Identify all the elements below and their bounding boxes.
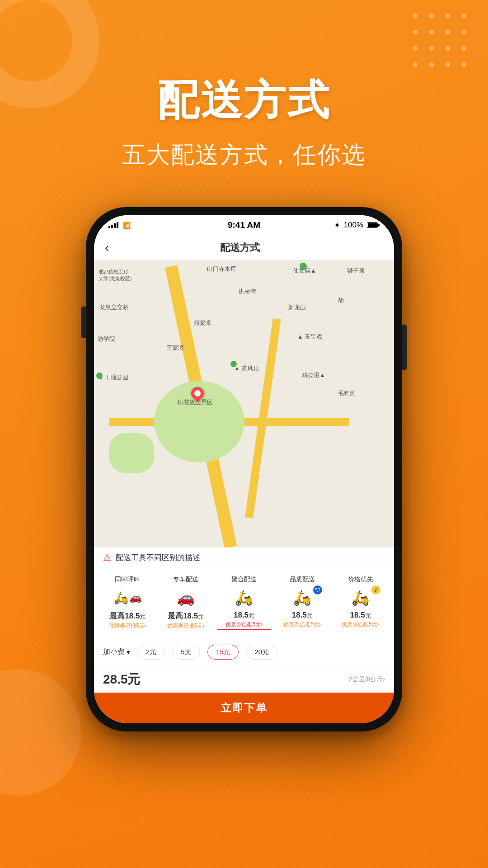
options-row: 同时呼叫 🛵 🚗 最高18.5元 优惠券已抵5元› 专车配送 <box>99 576 389 630</box>
extra-fee-label: 加小费 ▾ <box>103 647 130 657</box>
option-icon-3: 🛵 <box>226 587 262 608</box>
total-row: 28.5元 2公里/8公斤› <box>94 666 394 693</box>
map-label-hujia: 胡· <box>338 297 346 305</box>
option-title-2: 专车配送 <box>173 576 198 584</box>
option-price-4: 18.5元 <box>292 611 313 620</box>
curve-decoration-bottom <box>0 669 81 796</box>
map-label-yuhuang: ▲ 玉皇戏 <box>297 333 322 341</box>
option-quality[interactable]: 品质配送 🛵 🛡 18.5元 优惠券已抵5元› <box>275 576 329 630</box>
battery-icon <box>367 222 380 228</box>
nav-title: 配送方式 <box>116 241 363 255</box>
map-area: 成都信息工程大学(龙泉校区) 龙泉立交桥 山门寺水库 拱桥湾 仙女庙▲ 狮子顶 … <box>94 260 394 547</box>
option-price-5: 18.5元 <box>350 611 371 620</box>
option-title-1: 同时呼叫 <box>115 576 140 584</box>
extra-label-text: 加小费 <box>103 647 125 657</box>
map-background: 成都信息工程大学(龙泉校区) 龙泉立交桥 山门寺水库 拱桥湾 仙女庙▲ 狮子顶 … <box>94 260 394 547</box>
nav-bar: ‹ 配送方式 <box>94 235 394 260</box>
total-info: 2公里/8公斤› <box>349 675 385 684</box>
map-label-reservoir: 山门寺水库 <box>207 265 236 273</box>
map-label-gongqiao: 拱桥湾 <box>239 288 256 296</box>
status-time: 9:41 AM <box>228 220 260 230</box>
bag-badge: 💰 <box>371 585 380 594</box>
map-marker-liangfeng <box>230 361 237 367</box>
shield-badge: 🛡 <box>313 585 322 594</box>
wifi-icon: 📶 <box>123 222 131 229</box>
option-coupon-3: 优惠券已抵5元› <box>225 621 263 628</box>
sub-title: 五大配送方式，任你选 <box>0 139 488 171</box>
back-button[interactable]: ‹ <box>105 241 109 255</box>
fee-chip-5[interactable]: 5元 <box>172 645 200 660</box>
option-price-3: 18.5元 <box>234 611 254 620</box>
dropdown-icon: ▾ <box>127 648 130 656</box>
fee-chip-2[interactable]: 2元 <box>137 645 165 660</box>
map-location-pin <box>191 387 204 400</box>
extra-fee-row: 加小费 ▾ 2元 5元 15元 20元 <box>94 638 394 666</box>
phone-mockup: 📶 9:41 AM ✦ 100% ‹ 配送方式 <box>86 207 402 731</box>
order-button[interactable]: 立即下单 <box>94 693 394 723</box>
option-icon-5: 🛵 💰 <box>343 587 379 608</box>
background: 配送方式 五大配送方式，任你选 📶 9:41 A <box>0 0 488 868</box>
map-label-wangjia: 王家湾 <box>166 344 184 352</box>
map-label-liangfeng: ▲ 凉风顶 <box>234 364 259 373</box>
header-section: 配送方式 五大配送方式，任你选 <box>0 0 488 171</box>
fee-chip-20[interactable]: 20元 <box>246 645 277 660</box>
option-icon-4: 🛵 🛡 <box>284 587 320 608</box>
option-price-2: 最高18.5元 <box>168 611 204 621</box>
phone-screen: 📶 9:41 AM ✦ 100% ‹ 配送方式 <box>94 215 394 723</box>
fee-chip-15[interactable]: 15元 <box>207 645 239 660</box>
status-bar: 📶 9:41 AM ✦ 100% <box>94 215 394 235</box>
warning-text: 配送工具不同区别的描述 <box>116 552 200 563</box>
option-title-4: 品质配送 <box>290 576 315 584</box>
signal-icon <box>108 222 118 228</box>
map-label-bridge: 龙泉立交桥 <box>99 303 129 311</box>
map-label-youxueyuan: 游学院 <box>98 335 115 343</box>
warning-icon: ⚠ <box>103 552 111 563</box>
status-left: 📶 <box>108 222 131 229</box>
map-label-xinlong: 新龙山 <box>288 303 306 311</box>
map-label-jigong: 鸡公咀▲ <box>302 371 325 379</box>
option-title-5: 价格优先 <box>348 576 373 584</box>
option-title-3: 聚合配送 <box>231 576 257 584</box>
map-label-shizi: 狮子顶 <box>347 267 365 275</box>
option-coupon-1: 优惠券已抵5元› <box>109 622 146 630</box>
phone-outer: 📶 9:41 AM ✦ 100% ‹ 配送方式 <box>86 207 402 731</box>
main-title: 配送方式 <box>0 72 488 128</box>
delivery-options: 同时呼叫 🛵 🚗 最高18.5元 优惠券已抵5元› 专车配送 <box>94 567 394 638</box>
option-coupon-5: 优惠券已抵5元› <box>342 621 379 628</box>
map-label-shifujia: 师家湾 <box>193 319 211 327</box>
battery-text: 100% <box>344 221 363 230</box>
bluetooth-icon: ✦ <box>334 221 340 230</box>
option-price-1: 最高18.5元 <box>109 611 145 621</box>
status-right: ✦ 100% <box>334 221 380 230</box>
option-icon-2: 🚗 <box>168 587 204 608</box>
map-marker-park <box>96 373 103 379</box>
option-aggregate[interactable]: 聚合配送 🛵 18.5元 优惠券已抵5元› <box>217 576 271 630</box>
option-simultaneous-call[interactable]: 同时呼叫 🛵 🚗 最高18.5元 优惠券已抵5元› <box>100 576 155 630</box>
option-coupon-2: 优惠券已抵5元› <box>167 622 205 630</box>
map-label-maogou: 毛狗洞 <box>338 389 356 397</box>
map-marker-fairy <box>300 263 307 270</box>
option-coupon-4: 优惠券已抵5元› <box>283 621 321 628</box>
total-price: 28.5元 <box>103 671 141 688</box>
warning-banner: ⚠ 配送工具不同区别的描述 <box>94 547 394 567</box>
option-icon-1: 🛵 🚗 <box>109 587 145 608</box>
option-price-priority[interactable]: 价格优先 🛵 💰 18.5元 优惠券已抵5元› <box>333 576 388 630</box>
green-area-2 <box>109 433 154 473</box>
option-private-car[interactable]: 专车配送 🚗 最高18.5元 优惠券已抵5元› <box>159 576 213 630</box>
map-label-school: 成都信息工程大学(龙泉校区) <box>99 269 131 283</box>
